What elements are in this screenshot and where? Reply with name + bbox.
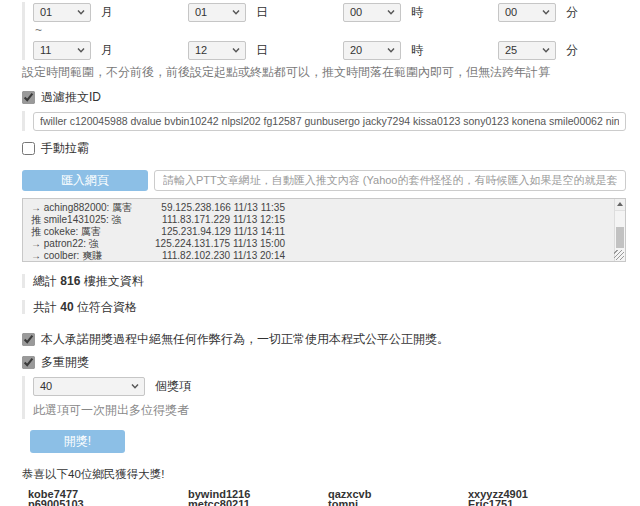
from-hour-value: 00 (350, 6, 362, 18)
fairness-promise-checkbox[interactable] (22, 333, 35, 346)
month-label: 月 (101, 4, 113, 21)
from-minute-select[interactable]: 00 (498, 3, 556, 22)
import-row: 匯入網頁 (22, 170, 626, 191)
chevron-down-icon (232, 10, 240, 15)
chevron-down-icon (77, 10, 85, 15)
hour-label: 時 (411, 42, 423, 59)
winner-name: Eric1751 (468, 499, 626, 506)
range-separator: ~ (35, 24, 626, 37)
winners-header: 恭喜以下40位鄉民獲得大獎! (22, 467, 626, 482)
chevron-down-icon (77, 48, 85, 53)
from-day-group: 01 日 (188, 3, 343, 22)
to-minute-value: 25 (505, 44, 517, 56)
chevron-down-icon (387, 10, 395, 15)
to-month-group: 11 月 (33, 41, 188, 60)
from-day-select[interactable]: 01 (188, 3, 246, 22)
prize-count-value: 40 (40, 380, 52, 392)
chevron-down-icon (232, 48, 240, 53)
chevron-down-icon (542, 48, 550, 53)
manual-slot-checkbox-row[interactable]: 手動拉霸 (22, 140, 626, 157)
winner-name: p69005103 (28, 499, 188, 506)
qualified-count: 共計 40 位符合資格 (22, 300, 626, 314)
push-line: → coolber: 爽賺111.82.102.230 11/13 20:14 (31, 250, 605, 261)
hour-label: 時 (411, 4, 423, 21)
from-hour-group: 00 時 (343, 3, 498, 22)
winner-name: tomnj (328, 499, 468, 506)
multi-draw-checkbox[interactable] (22, 356, 35, 369)
to-minute-select[interactable]: 25 (498, 41, 556, 60)
to-hour-value: 20 (350, 44, 362, 56)
manual-slot-label: 手動拉霸 (41, 140, 89, 157)
scrollbar-thumb[interactable] (616, 227, 624, 248)
chevron-down-icon (542, 10, 550, 15)
day-label: 日 (256, 42, 268, 59)
to-minute-group: 25 分 (498, 41, 640, 60)
from-month-value: 01 (40, 6, 52, 18)
prize-unit-label: 個獎項 (155, 378, 191, 395)
time-from-row: 01 月 01 日 00 時 00 (33, 2, 626, 22)
from-month-group: 01 月 (33, 3, 188, 22)
to-month-value: 11 (40, 44, 51, 56)
time-range-hint: 設定時間範圍，不分前後，前後設定起點或終點都可以，推文時間落在範圍內即可，但無法… (22, 64, 626, 81)
from-day-value: 01 (195, 6, 207, 18)
from-hour-select[interactable]: 00 (343, 3, 401, 22)
from-minute-value: 00 (505, 6, 517, 18)
from-minute-group: 00 分 (498, 3, 640, 22)
from-month-select[interactable]: 01 (33, 3, 91, 22)
push-lines: → aching882000: 厲害59.125.238.166 11/13 1… (31, 202, 605, 262)
push-textarea[interactable]: → aching882000: 厲害59.125.238.166 11/13 1… (22, 198, 626, 262)
push-line: → aching882000: 厲害59.125.238.166 11/13 1… (31, 202, 605, 214)
to-month-select[interactable]: 11 (33, 41, 91, 60)
minute-label: 分 (566, 4, 578, 21)
filter-id-label: 過濾推文ID (41, 89, 101, 106)
resize-handle-icon[interactable] (614, 250, 624, 260)
draw-button[interactable]: 開獎! (30, 430, 125, 453)
filter-id-block (22, 111, 626, 131)
import-page-button[interactable]: 匯入網頁 (22, 170, 148, 191)
filter-id-checkbox-row[interactable]: 過濾推文ID (22, 89, 626, 106)
total-push-count: 總計 816 樓推文資料 (22, 274, 626, 288)
qualified-suffix: 位符合資格 (77, 300, 137, 314)
prize-hint: 此選項可一次開出多位得獎者 (33, 402, 626, 419)
total-suffix: 樓推文資料 (84, 274, 144, 288)
push-line: 推 smile1431025: 強111.83.171.229 11/13 12… (31, 214, 605, 226)
fairness-promise-checkbox-row[interactable]: 本人承諾開獎過程中絕無任何作弊行為，一切正常使用本程式公平公正開獎。 (22, 331, 626, 348)
total-value: 816 (60, 274, 80, 288)
manual-slot-checkbox[interactable] (22, 142, 35, 155)
time-to-row: 11 月 12 日 20 時 25 (33, 40, 626, 60)
time-range-section: 01 月 01 日 00 時 00 (22, 2, 626, 60)
to-hour-group: 20 時 (343, 41, 498, 60)
filter-id-input[interactable] (33, 112, 626, 131)
prize-count-block: 40 個獎項 此選項可一次開出多位得獎者 (22, 376, 626, 419)
to-day-select[interactable]: 12 (188, 41, 246, 60)
prize-count-select[interactable]: 40 (33, 377, 145, 396)
total-prefix: 總計 (33, 274, 57, 288)
month-label: 月 (101, 42, 113, 59)
winners-grid: kobe7477bywind1216qazxcvbxxyyzz4901p6900… (22, 489, 626, 506)
push-line: → patron22: 強125.224.131.175 11/13 15:00 (31, 238, 605, 250)
ptt-url-input[interactable] (154, 170, 626, 191)
to-day-value: 12 (195, 44, 207, 56)
push-line: 推 cokeke: 厲害125.231.94.129 11/13 14:11 (31, 226, 605, 238)
scroll-up-icon[interactable] (615, 199, 625, 211)
chevron-down-icon (131, 384, 139, 389)
fairness-promise-label: 本人承諾開獎過程中絕無任何作弊行為，一切正常使用本程式公平公正開獎。 (41, 331, 449, 348)
ptt-lottery-tool-page: 01 月 01 日 00 時 00 (0, 0, 640, 506)
qualified-prefix: 共計 (33, 300, 57, 314)
day-label: 日 (256, 4, 268, 21)
qualified-value: 40 (60, 300, 73, 314)
to-day-group: 12 日 (188, 41, 343, 60)
chevron-down-icon (387, 48, 395, 53)
to-hour-select[interactable]: 20 (343, 41, 401, 60)
multi-draw-label: 多重開獎 (41, 354, 89, 371)
minute-label: 分 (566, 42, 578, 59)
winner-name: metcc80211 (188, 499, 328, 506)
multi-draw-checkbox-row[interactable]: 多重開獎 (22, 354, 626, 371)
filter-id-checkbox[interactable] (22, 91, 35, 104)
